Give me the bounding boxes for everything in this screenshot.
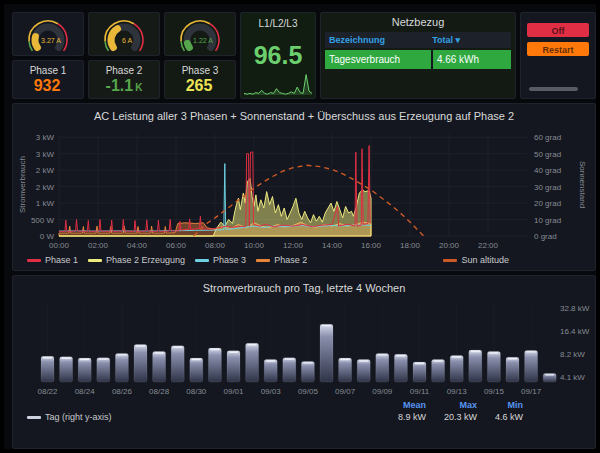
svg-text:2 kW: 2 kW xyxy=(36,166,55,175)
legend-item-phase-3[interactable]: Phase 3 xyxy=(195,255,246,265)
svg-text:10 grad: 10 grad xyxy=(534,216,561,225)
stat-panel-phase3: Phase 3 265 xyxy=(164,60,236,99)
stat-header[interactable]: Max xyxy=(459,400,477,410)
l1l2l3-panel: L1/L2/L3 96.5 xyxy=(240,12,316,99)
controls-panel: Off Restart xyxy=(520,12,596,99)
svg-text:2 kW: 2 kW xyxy=(36,183,55,192)
table-row[interactable]: Tagesverbrauch 4.66 kWh xyxy=(325,50,511,69)
svg-text:6 A: 6 A xyxy=(122,37,132,44)
legend-swatch xyxy=(256,259,270,262)
svg-text:09/05: 09/05 xyxy=(298,387,319,396)
stat-value: 8.9 kW xyxy=(398,412,426,422)
gauge-panel-phase3: 1.22 A xyxy=(164,12,236,56)
scrollbar[interactable] xyxy=(529,87,578,91)
svg-text:10:00: 10:00 xyxy=(244,241,265,250)
legend-item-phase-1[interactable]: Phase 1 xyxy=(27,255,78,265)
l1l2l3-title[interactable]: L1/L2/L3 xyxy=(241,18,315,29)
l1l2l3-value: 96.5 xyxy=(241,41,315,70)
daily-chart-canvas[interactable]: 08/2208/2408/2608/2808/3009/0109/0309/05… xyxy=(13,298,597,402)
svg-text:14:00: 14:00 xyxy=(322,241,343,250)
svg-text:16.4 kW: 16.4 kW xyxy=(560,327,590,336)
stat-header[interactable]: Min xyxy=(508,400,524,410)
svg-text:04:00: 04:00 xyxy=(127,241,148,250)
gauge-phase3-current: 1.22 A xyxy=(165,13,235,55)
svg-text:1 kW: 1 kW xyxy=(36,199,55,208)
svg-text:1.22 A: 1.22 A xyxy=(193,37,213,44)
legend-item-phase-2-erzeugung[interactable]: Phase 2 Erzeugung xyxy=(88,255,185,265)
stat-value-phase3: 265 xyxy=(165,77,235,95)
svg-text:22:00: 22:00 xyxy=(478,241,499,250)
stat-title-phase2[interactable]: Phase 2 xyxy=(89,65,159,76)
svg-text:09/07: 09/07 xyxy=(335,387,356,396)
svg-text:09/11: 09/11 xyxy=(410,387,430,396)
dashboard: 3.27 A 6 A 1.22 A Phase 1 932 Phase 2 -1… xyxy=(4,4,596,449)
netzbezug-table-header: Bezeichnung Total ▾ xyxy=(325,32,511,48)
svg-text:40 grad: 40 grad xyxy=(534,166,561,175)
svg-text:08/28: 08/28 xyxy=(149,387,170,396)
svg-text:32.8 kW: 32.8 kW xyxy=(560,304,590,313)
svg-text:08/30: 08/30 xyxy=(186,387,207,396)
svg-text:0 grad: 0 grad xyxy=(534,232,557,241)
svg-text:3.27 A: 3.27 A xyxy=(41,37,61,44)
svg-text:09/01: 09/01 xyxy=(223,387,244,396)
stats-columns: Mean8.9 kWMax20.3 kWMin4.6 kW xyxy=(380,400,523,422)
legend-swatch xyxy=(27,259,41,262)
legend-swatch xyxy=(27,416,41,419)
ac-chart-legend: Phase 1Phase 2 ErzeugungPhase 3Phase 2Su… xyxy=(27,255,581,265)
stat-column-min: Min4.6 kW xyxy=(495,400,523,422)
ac-power-panel: AC Leistung aller 3 Phasen + Sonnenstand… xyxy=(12,103,596,271)
svg-text:12:00: 12:00 xyxy=(283,241,304,250)
l1l2l3-sparkline xyxy=(242,71,314,97)
daily-consumption-panel: Stromverbrauch pro Tag, letzte 4 Wochen … xyxy=(12,275,596,449)
svg-text:50 grad: 50 grad xyxy=(534,150,561,159)
stat-column-max: Max20.3 kW xyxy=(444,400,477,422)
ac-chart-title[interactable]: AC Leistung aller 3 Phasen + Sonnenstand… xyxy=(13,104,595,122)
ac-chart-canvas[interactable]: 0 W500 W1 kW2 kW2 kW3 kW3 kW00:0002:0004… xyxy=(13,128,597,256)
caret-down-icon: ▾ xyxy=(456,35,461,45)
daily-chart-title[interactable]: Stromverbrauch pro Tag, letzte 4 Wochen xyxy=(13,276,595,294)
stat-panel-phase2: Phase 2 -1.1K xyxy=(88,60,160,99)
svg-text:60 grad: 60 grad xyxy=(534,133,561,142)
svg-text:4.1 kW: 4.1 kW xyxy=(560,373,585,382)
gauge-phase1-current: 3.27 A xyxy=(13,13,83,55)
stat-column-mean: Mean8.9 kW xyxy=(398,400,426,422)
svg-text:00:00: 00:00 xyxy=(49,241,70,250)
svg-text:30 grad: 30 grad xyxy=(534,183,561,192)
column-total[interactable]: Total ▾ xyxy=(432,35,507,45)
stat-value-phase1: 932 xyxy=(13,77,83,95)
stat-title-phase1[interactable]: Phase 1 xyxy=(13,65,83,76)
svg-text:20:00: 20:00 xyxy=(439,241,460,250)
svg-text:08:00: 08:00 xyxy=(205,241,226,250)
svg-text:500 W: 500 W xyxy=(31,216,55,225)
svg-text:16:00: 16:00 xyxy=(361,241,382,250)
gauge-panel-phase2: 6 A xyxy=(88,12,160,56)
off-button[interactable]: Off xyxy=(527,23,589,37)
stat-header[interactable]: Mean xyxy=(403,400,426,410)
stat-value: 4.6 kW xyxy=(495,412,523,422)
netzbezug-panel: Netzbezug Bezeichnung Total ▾ Tagesverbr… xyxy=(320,12,516,99)
svg-text:08/22: 08/22 xyxy=(37,387,58,396)
row-total: 4.66 kWh xyxy=(433,50,511,69)
gauge-panel-phase1: 3.27 A xyxy=(12,12,84,56)
svg-text:20 grad: 20 grad xyxy=(534,199,561,208)
column-bezeichnung[interactable]: Bezeichnung xyxy=(329,35,432,45)
legend-swatch xyxy=(195,259,209,262)
svg-text:8.2 kW: 8.2 kW xyxy=(560,350,585,359)
netzbezug-title[interactable]: Netzbezug xyxy=(321,16,515,28)
legend-item-tag[interactable]: Tag (right y-axis) xyxy=(27,412,112,422)
stat-value-phase2: -1.1K xyxy=(89,77,159,95)
legend-item-sun-altitude[interactable]: Sun altitude xyxy=(443,255,509,265)
svg-text:02:00: 02:00 xyxy=(88,241,109,250)
svg-text:08/24: 08/24 xyxy=(75,387,96,396)
svg-text:08/26: 08/26 xyxy=(112,387,133,396)
legend-item-phase-2[interactable]: Phase 2 xyxy=(256,255,307,265)
restart-button[interactable]: Restart xyxy=(527,42,589,56)
legend-label: Tag (right y-axis) xyxy=(45,412,112,422)
svg-text:18:00: 18:00 xyxy=(400,241,421,250)
svg-text:09/17: 09/17 xyxy=(521,387,542,396)
stat-title-phase3[interactable]: Phase 3 xyxy=(165,65,235,76)
svg-text:09/15: 09/15 xyxy=(484,387,505,396)
stat-value: 20.3 kW xyxy=(444,412,477,422)
daily-chart-legend: Tag (right y-axis) Mean8.9 kWMax20.3 kWM… xyxy=(27,400,581,422)
svg-text:3 kW: 3 kW xyxy=(36,133,55,142)
